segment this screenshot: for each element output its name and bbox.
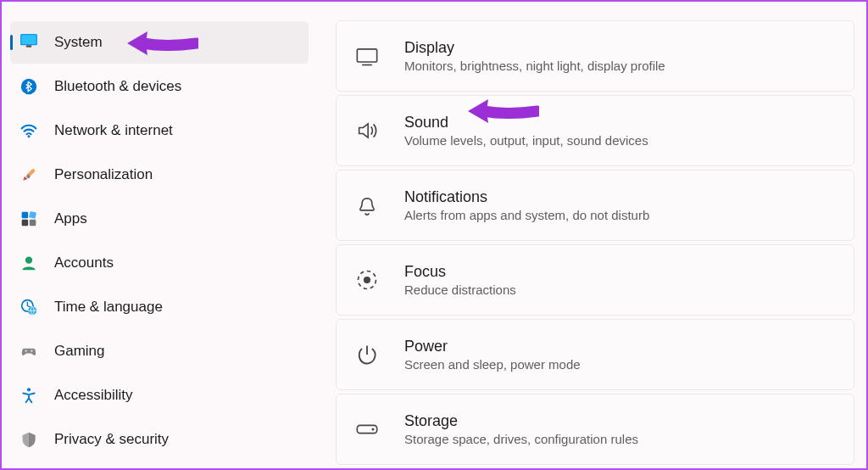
card-title: Display <box>404 39 665 57</box>
card-text: Display Monitors, brightness, night ligh… <box>404 39 665 73</box>
sidebar-item-time-language[interactable]: Time & language <box>10 286 309 328</box>
svg-rect-7 <box>22 212 29 218</box>
accessibility-icon <box>20 387 37 404</box>
card-title: Notifications <box>404 188 649 206</box>
sidebar-item-accessibility[interactable]: Accessibility <box>10 374 309 417</box>
wifi-icon <box>20 122 37 139</box>
card-text: Sound Volume levels, output, input, soun… <box>404 114 648 148</box>
svg-rect-1 <box>21 35 36 44</box>
card-desc: Volume levels, output, input, sound devi… <box>404 133 648 148</box>
settings-card-display[interactable]: Display Monitors, brightness, night ligh… <box>336 20 854 92</box>
sidebar-item-gaming[interactable]: Gaming <box>10 330 309 372</box>
settings-main: Display Monitors, brightness, night ligh… <box>317 2 866 468</box>
card-desc: Screen and sleep, power mode <box>404 357 581 372</box>
bell-icon <box>355 193 379 217</box>
card-desc: Alerts from apps and system, do not dist… <box>404 208 649 222</box>
storage-icon <box>355 417 379 441</box>
sidebar-item-system[interactable]: System <box>10 21 309 64</box>
svg-point-14 <box>25 350 27 351</box>
bluetooth-icon <box>20 78 37 95</box>
sidebar-item-label: Network & internet <box>54 122 173 139</box>
sidebar-item-label: Bluetooth & devices <box>54 78 181 95</box>
monitor-icon <box>20 34 37 51</box>
svg-rect-2 <box>26 45 32 47</box>
focus-icon <box>355 268 379 292</box>
card-text: Notifications Alerts from apps and syste… <box>404 188 649 222</box>
sidebar-item-label: Gaming <box>54 343 105 360</box>
sound-icon <box>355 119 379 143</box>
display-icon <box>355 44 379 68</box>
sidebar-item-label: Privacy & security <box>54 431 169 448</box>
sidebar-nav: System Bluetooth & devices Network & int… <box>2 2 317 468</box>
svg-point-16 <box>27 388 31 391</box>
settings-card-focus[interactable]: Focus Reduce distractions <box>336 244 854 316</box>
power-icon <box>355 343 379 366</box>
sidebar-item-personalization[interactable]: Personalization <box>10 154 309 196</box>
sidebar-item-network[interactable]: Network & internet <box>10 109 309 152</box>
card-desc: Reduce distractions <box>404 283 516 297</box>
svg-point-11 <box>25 257 32 264</box>
svg-rect-10 <box>30 220 36 227</box>
sidebar-item-label: System <box>54 34 103 51</box>
apps-icon <box>20 210 37 227</box>
sidebar-item-apps[interactable]: Apps <box>10 198 309 240</box>
card-title: Focus <box>404 263 516 281</box>
svg-point-15 <box>31 350 32 351</box>
sidebar-item-label: Accessibility <box>54 387 133 404</box>
clock-globe-icon <box>20 299 37 316</box>
settings-card-power[interactable]: Power Screen and sleep, power mode <box>336 319 854 390</box>
card-text: Storage Storage space, drives, configura… <box>404 412 638 446</box>
card-title: Power <box>404 338 581 355</box>
sidebar-item-bluetooth[interactable]: Bluetooth & devices <box>10 65 309 108</box>
sidebar-item-accounts[interactable]: Accounts <box>10 242 309 284</box>
settings-card-notifications[interactable]: Notifications Alerts from apps and syste… <box>336 170 854 241</box>
sidebar-item-label: Apps <box>54 210 87 227</box>
svg-point-4 <box>28 135 31 137</box>
sidebar-item-label: Accounts <box>54 255 114 271</box>
shield-icon <box>20 431 37 448</box>
card-text: Power Screen and sleep, power mode <box>404 338 581 372</box>
svg-point-22 <box>371 428 374 430</box>
sidebar-item-label: Personalization <box>54 166 153 183</box>
paintbrush-icon <box>20 166 37 183</box>
svg-rect-9 <box>22 220 29 227</box>
sidebar-item-privacy[interactable]: Privacy & security <box>10 418 309 461</box>
gamepad-icon <box>20 343 37 360</box>
card-title: Sound <box>404 114 648 131</box>
card-desc: Storage space, drives, configuration rul… <box>404 432 638 446</box>
svg-rect-17 <box>357 49 376 62</box>
card-desc: Monitors, brightness, night light, displ… <box>404 59 665 73</box>
card-title: Storage <box>404 412 638 430</box>
settings-card-sound[interactable]: Sound Volume levels, output, input, soun… <box>336 95 854 166</box>
sidebar-item-label: Time & language <box>54 299 163 316</box>
svg-rect-8 <box>29 211 36 219</box>
settings-card-storage[interactable]: Storage Storage space, drives, configura… <box>336 394 854 465</box>
card-text: Focus Reduce distractions <box>404 263 516 297</box>
person-icon <box>20 255 37 271</box>
svg-point-20 <box>364 277 370 283</box>
